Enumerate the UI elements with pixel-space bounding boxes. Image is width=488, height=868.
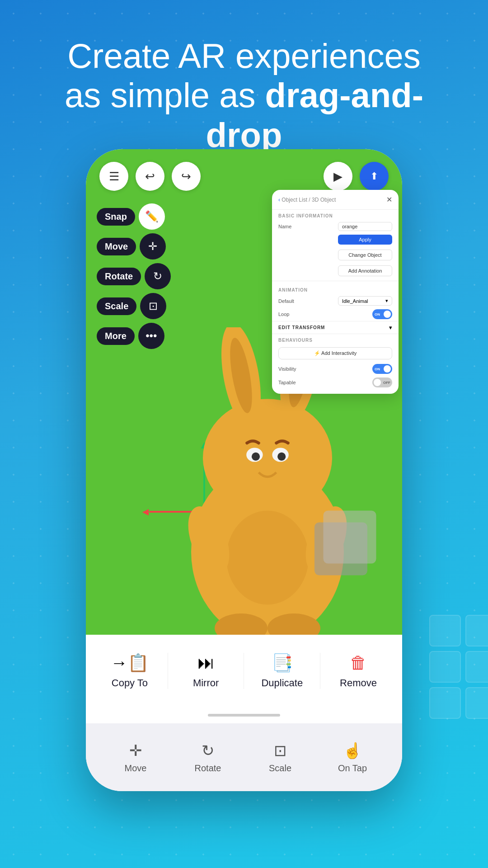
tab-scale[interactable]: ⊡ Scale <box>249 741 312 774</box>
more-label[interactable]: More <box>97 327 135 345</box>
toolbar-left-group: ☰ ↩ ↪ <box>99 162 201 191</box>
undo-icon: ↩ <box>145 170 155 184</box>
change-object-button[interactable]: Change Object <box>338 250 392 260</box>
bottom-action-bar: →📋 Copy To ⏭ Mirror 📑 Duplicate 🗑 Remove <box>86 635 402 707</box>
copy-to-label: Copy To <box>112 677 148 689</box>
divider-1 <box>272 281 399 281</box>
tapable-label: Tapable <box>278 380 296 385</box>
scale-icon-btn[interactable]: ⊡ <box>140 293 166 319</box>
phone-mockup: ☰ ↩ ↪ ▶ ⬆ Snap <box>86 149 402 791</box>
menu-icon: ☰ <box>109 170 119 184</box>
tapable-toggle[interactable] <box>372 377 392 387</box>
snap-row: Snap ✏️ <box>97 203 171 230</box>
loop-toggle[interactable] <box>372 309 392 319</box>
mirror-icon: ⏭ <box>197 653 215 673</box>
rotate-tab-label: Rotate <box>195 763 221 774</box>
redo-icon: ↪ <box>181 170 191 184</box>
add-annotation-button[interactable]: Add Annotation <box>338 265 392 276</box>
more-icon: ••• <box>145 330 157 342</box>
panel-header: ‹ Object List / 3D Object ✕ <box>272 190 399 210</box>
bottom-tab-bar: ✛ Move ↻ Rotate ⊡ Scale ☝ On Tap <box>86 723 402 791</box>
rotate-icon: ↻ <box>153 270 162 283</box>
home-bar <box>208 714 280 717</box>
properties-panel: ‹ Object List / 3D Object ✕ BASIC INFORM… <box>272 190 399 394</box>
move-label[interactable]: Move <box>97 238 136 255</box>
add-interactivity-button[interactable]: ⚡ Add Interactivity <box>278 347 392 359</box>
play-button[interactable]: ▶ <box>324 162 352 191</box>
move-icon: ✛ <box>148 240 157 253</box>
loop-label: Loop <box>278 311 289 317</box>
apply-button[interactable]: Apply <box>338 235 392 245</box>
rotate-row: Rotate ↻ <box>97 263 171 289</box>
rotate-tab-icon: ↻ <box>202 741 214 760</box>
left-toolbar: Snap ✏️ Move ✛ Rotate ↻ Scale ⊡ <box>97 203 171 349</box>
move-tab-icon: ✛ <box>129 741 142 760</box>
scale-label[interactable]: Scale <box>97 297 136 315</box>
remove-icon: 🗑 <box>350 653 367 673</box>
move-tab-label: Move <box>125 763 147 774</box>
remove-action[interactable]: 🗑 Remove <box>327 653 390 689</box>
loop-row: Loop <box>272 307 399 321</box>
visibility-label: Visibility <box>278 366 296 372</box>
more-icon-btn[interactable]: ••• <box>138 323 164 349</box>
action-divider-3 <box>320 653 320 689</box>
tab-move[interactable]: ✛ Move <box>104 741 167 774</box>
default-label: Default <box>278 298 294 304</box>
scale-icon: ⊡ <box>149 300 158 312</box>
share-button[interactable]: ⬆ <box>360 162 389 191</box>
rotate-label[interactable]: Rotate <box>97 268 141 285</box>
back-icon: ‹ <box>278 197 280 203</box>
svg-point-1 <box>203 399 332 517</box>
hero-line1: Create AR experiences <box>67 37 421 75</box>
remove-label: Remove <box>340 677 377 689</box>
panel-breadcrumb: ‹ Object List / 3D Object <box>278 197 336 203</box>
copy-to-action[interactable]: →📋 Copy To <box>98 653 161 689</box>
more-row: More ••• <box>97 323 171 349</box>
tab-on-tap[interactable]: ☝ On Tap <box>321 741 384 774</box>
action-divider-1 <box>168 653 168 689</box>
snap-label[interactable]: Snap <box>97 208 135 226</box>
snap-icon: ✏️ <box>145 210 159 223</box>
duplicate-icon: 📑 <box>272 653 293 673</box>
visibility-toggle[interactable] <box>372 364 392 374</box>
duplicate-label: Duplicate <box>261 677 303 689</box>
rotate-icon-btn[interactable]: ↻ <box>145 263 171 289</box>
default-animation-row: Default Idle_Animal ▾ <box>272 294 399 307</box>
animation-select[interactable]: Idle_Animal ▾ <box>338 296 392 306</box>
apply-row: Apply <box>272 233 399 246</box>
change-object-row: Change Object <box>272 246 399 262</box>
mirror-action[interactable]: ⏭ Mirror <box>174 653 238 689</box>
scale-tab-icon: ⊡ <box>274 741 286 760</box>
menu-button[interactable]: ☰ <box>99 162 128 191</box>
scale-tab-label: Scale <box>269 763 291 774</box>
panel-close-button[interactable]: ✕ <box>386 195 392 204</box>
undo-button[interactable]: ↩ <box>136 162 164 191</box>
chevron-down-icon: ▾ <box>385 298 388 304</box>
behaviours-title: BEHAVIOURS <box>272 334 399 344</box>
toolbar-top: ☰ ↩ ↪ ▶ ⬆ <box>99 162 389 191</box>
snap-icon-btn[interactable]: ✏️ <box>139 203 165 230</box>
name-label: Name <box>278 224 291 229</box>
scale-row: Scale ⊡ <box>97 293 171 319</box>
visibility-row: Visibility <box>272 362 399 376</box>
deco-grid <box>416 615 488 714</box>
mirror-label: Mirror <box>193 677 219 689</box>
name-input[interactable] <box>338 222 392 231</box>
copy-to-icon: →📋 <box>110 653 149 673</box>
play-icon: ▶ <box>333 170 343 184</box>
svg-point-8 <box>252 453 260 461</box>
duplicate-action[interactable]: 📑 Duplicate <box>250 653 314 689</box>
share-icon: ⬆ <box>370 170 378 182</box>
action-divider-2 <box>244 653 244 689</box>
hero-line2: as simple as <box>65 76 265 114</box>
svg-rect-16 <box>324 511 376 564</box>
tab-rotate[interactable]: ↻ Rotate <box>176 741 239 774</box>
chevron-down-icon-transform[interactable]: ▾ <box>389 324 392 331</box>
edit-transform-row: EDIT TRANSFORM ▾ <box>272 321 399 334</box>
move-icon-btn[interactable]: ✛ <box>140 233 166 259</box>
edit-transform-title: EDIT TRANSFORM <box>278 325 325 330</box>
redo-button[interactable]: ↪ <box>172 162 201 191</box>
svg-point-9 <box>277 453 286 461</box>
breadcrumb-text: Object List / 3D Object <box>282 197 336 203</box>
phone-screen: ☰ ↩ ↪ ▶ ⬆ Snap <box>86 149 402 707</box>
